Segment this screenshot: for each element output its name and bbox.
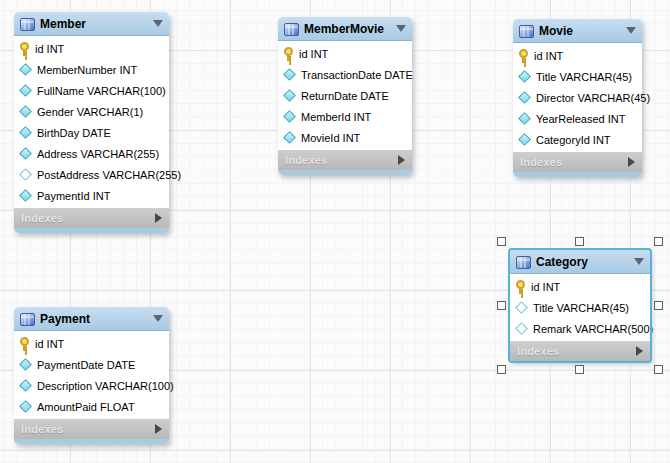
primary-key-icon <box>518 49 529 63</box>
column-text: id INT <box>35 43 64 55</box>
column-row[interactable]: id INT <box>278 43 412 64</box>
primary-key-icon <box>515 280 526 294</box>
indexes-expand-arrow-icon[interactable] <box>628 157 635 167</box>
selection-handle-tc[interactable] <box>575 237 584 246</box>
column-row[interactable]: TransactionDate DATE <box>278 64 412 85</box>
column-row[interactable]: MovieId INT <box>278 127 412 148</box>
column-text: Title VARCHAR(45) <box>533 302 629 314</box>
column-text: PaymentDate DATE <box>37 359 135 371</box>
table-bottom-strip <box>513 172 642 177</box>
table-columns: id INT TransactionDate DATE ReturnDate D… <box>278 41 412 150</box>
table-columns: id INT Title VARCHAR(45) Director VARCHA… <box>513 43 642 152</box>
column-nullable-diamond-icon <box>515 301 528 314</box>
table-columns: id INT MemberNumber INT FullName VARCHAR… <box>14 36 169 208</box>
column-notnull-diamond-icon <box>283 110 296 123</box>
diagram-canvas[interactable]: Member id INT MemberNumber INT FullName … <box>0 0 670 463</box>
column-text: Director VARCHAR(45) <box>536 92 650 104</box>
column-row[interactable]: Remark VARCHAR(500) <box>510 318 650 339</box>
column-text: FullName VARCHAR(100) <box>37 85 166 97</box>
selection-handle-bl[interactable] <box>497 365 506 374</box>
column-row[interactable]: id INT <box>14 333 169 354</box>
selection-handle-tr[interactable] <box>654 237 663 246</box>
indexes-footer[interactable]: Indexes <box>14 419 169 439</box>
column-notnull-diamond-icon <box>283 68 296 81</box>
column-notnull-diamond-icon <box>19 126 32 139</box>
column-text: AmountPaid FLOAT <box>37 401 135 413</box>
collapse-triangle-icon[interactable] <box>634 258 644 265</box>
indexes-expand-arrow-icon[interactable] <box>155 213 162 223</box>
indexes-footer[interactable]: Indexes <box>14 208 169 228</box>
table-bottom-strip <box>278 170 412 175</box>
column-row[interactable]: id INT <box>510 276 650 297</box>
column-row[interactable]: AmountPaid FLOAT <box>14 396 169 417</box>
table-category[interactable]: Category id INT Title VARCHAR(45) Remark… <box>510 250 650 361</box>
indexes-label: Indexes <box>21 212 155 224</box>
indexes-footer[interactable]: Indexes <box>278 150 412 170</box>
column-text: ReturnDate DATE <box>301 90 389 102</box>
table-icon <box>516 255 531 268</box>
indexes-label: Indexes <box>520 156 628 168</box>
collapse-triangle-icon[interactable] <box>153 20 163 27</box>
table-title: Category <box>536 255 629 269</box>
selection-handle-tl[interactable] <box>497 237 506 246</box>
column-row[interactable]: Title VARCHAR(45) <box>513 66 642 87</box>
indexes-label: Indexes <box>517 345 636 357</box>
table-title: Movie <box>539 24 621 38</box>
column-text: PaymentId INT <box>37 190 110 202</box>
selection-handle-bc[interactable] <box>575 365 584 374</box>
column-row[interactable]: CategoryId INT <box>513 129 642 150</box>
table-icon <box>284 22 299 35</box>
table-header[interactable]: Category <box>510 250 650 274</box>
indexes-footer[interactable]: Indexes <box>513 152 642 172</box>
column-row[interactable]: ReturnDate DATE <box>278 85 412 106</box>
selection-handle-br[interactable] <box>654 365 663 374</box>
indexes-footer[interactable]: Indexes <box>510 341 650 361</box>
table-title: Member <box>40 17 148 31</box>
table-header[interactable]: Member <box>14 12 169 36</box>
selection-handle-mr[interactable] <box>654 301 663 310</box>
column-notnull-diamond-icon <box>19 400 32 413</box>
column-row[interactable]: Gender VARCHAR(1) <box>14 101 169 122</box>
column-row[interactable]: Title VARCHAR(45) <box>510 297 650 318</box>
table-header[interactable]: Payment <box>14 307 169 331</box>
column-text: Address VARCHAR(255) <box>37 148 159 160</box>
column-row[interactable]: BirthDay DATE <box>14 122 169 143</box>
column-text: CategoryId INT <box>536 134 611 146</box>
table-columns: id INT Title VARCHAR(45) Remark VARCHAR(… <box>510 274 650 341</box>
column-row[interactable]: id INT <box>513 45 642 66</box>
table-member[interactable]: Member id INT MemberNumber INT FullName … <box>14 12 169 233</box>
table-membermovie[interactable]: MemberMovie id INT TransactionDate DATE … <box>278 17 412 175</box>
column-row[interactable]: Director VARCHAR(45) <box>513 87 642 108</box>
column-row[interactable]: Address VARCHAR(255) <box>14 143 169 164</box>
table-header[interactable]: Movie <box>513 19 642 43</box>
table-columns: id INT PaymentDate DATE Description VARC… <box>14 331 169 419</box>
column-text: Title VARCHAR(45) <box>536 71 632 83</box>
collapse-triangle-icon[interactable] <box>153 315 163 322</box>
column-text: MovieId INT <box>301 132 360 144</box>
column-text: MemberId INT <box>301 111 371 123</box>
primary-key-icon <box>283 47 294 61</box>
indexes-expand-arrow-icon[interactable] <box>398 155 405 165</box>
column-row[interactable]: MemberId INT <box>278 106 412 127</box>
collapse-triangle-icon[interactable] <box>396 25 406 32</box>
column-notnull-diamond-icon <box>19 105 32 118</box>
column-row[interactable]: PaymentDate DATE <box>14 354 169 375</box>
column-notnull-diamond-icon <box>19 84 32 97</box>
column-row[interactable]: YearReleased INT <box>513 108 642 129</box>
indexes-expand-arrow-icon[interactable] <box>636 346 643 356</box>
column-row[interactable]: MemberNumber INT <box>14 59 169 80</box>
column-row[interactable]: Description VARCHAR(100) <box>14 375 169 396</box>
table-icon <box>519 24 534 37</box>
table-payment[interactable]: Payment id INT PaymentDate DATE Descript… <box>14 307 169 444</box>
selection-handle-ml[interactable] <box>497 301 506 310</box>
table-movie[interactable]: Movie id INT Title VARCHAR(45) Director … <box>513 19 642 177</box>
table-header[interactable]: MemberMovie <box>278 17 412 41</box>
column-text: MemberNumber INT <box>37 64 137 76</box>
column-row[interactable]: PostAddress VARCHAR(255) <box>14 164 169 185</box>
collapse-triangle-icon[interactable] <box>626 27 636 34</box>
primary-key-icon <box>19 42 30 56</box>
indexes-expand-arrow-icon[interactable] <box>155 424 162 434</box>
column-row[interactable]: PaymentId INT <box>14 185 169 206</box>
column-row[interactable]: id INT <box>14 38 169 59</box>
column-row[interactable]: FullName VARCHAR(100) <box>14 80 169 101</box>
